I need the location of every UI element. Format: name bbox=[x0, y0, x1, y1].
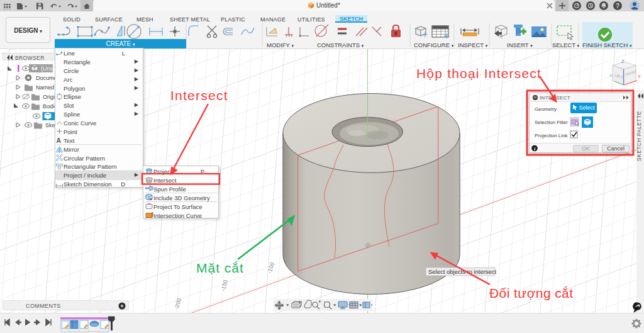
svg-text:?: ? bbox=[616, 3, 619, 9]
svg-text:Select objects to intersect: Select objects to intersect bbox=[428, 268, 497, 275]
svg-text:Y: Y bbox=[609, 74, 613, 78]
svg-text:-150: -150 bbox=[219, 279, 229, 291]
svg-text:Z: Z bbox=[621, 59, 625, 64]
svg-text:A: A bbox=[57, 137, 62, 144]
svg-text:-200: -200 bbox=[173, 297, 182, 310]
svg-text:(Uns: (Uns bbox=[41, 65, 53, 72]
svg-text:X: X bbox=[638, 74, 641, 79]
svg-text:-100: -100 bbox=[266, 261, 275, 274]
